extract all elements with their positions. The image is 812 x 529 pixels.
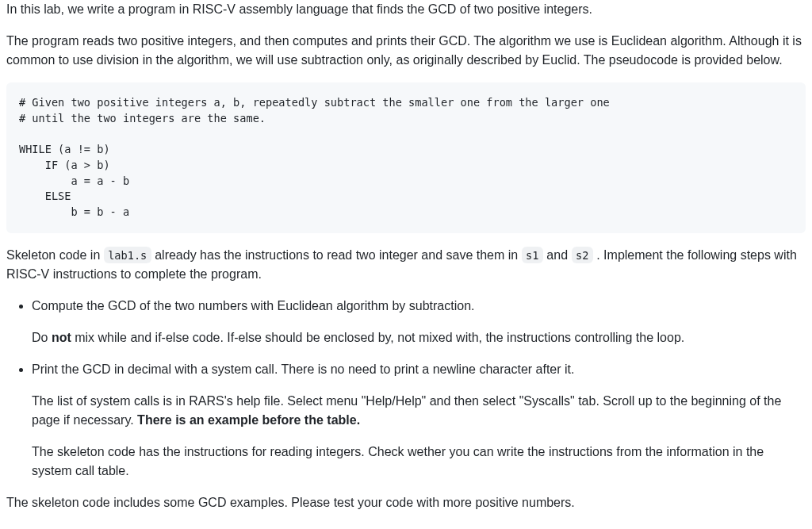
register-code: s2 xyxy=(572,247,593,263)
file-code: lab1.s xyxy=(104,247,151,263)
steps-list: Compute the GCD of the two numbers with … xyxy=(6,297,806,481)
list-item: Print the GCD in decimal with a system c… xyxy=(32,360,806,481)
text: Do xyxy=(32,331,52,344)
register-code: s1 xyxy=(522,247,543,263)
text: mix while and if-else code. If-else shou… xyxy=(71,331,684,344)
step-text: The skeleton code has the instructions f… xyxy=(32,443,806,481)
step-text: Compute the GCD of the two numbers with … xyxy=(32,297,806,316)
text: Skeleton code in xyxy=(6,248,104,262)
text: already has the instructions to read two… xyxy=(151,248,522,262)
skeleton-paragraph: Skeleton code in lab1.s already has the … xyxy=(6,246,806,284)
text: and xyxy=(543,248,572,262)
lab-document: In this lab, we write a program in RISC-… xyxy=(6,0,806,512)
closing-paragraph: The skeleton code includes some GCD exam… xyxy=(6,493,806,512)
step-text: Do not mix while and if-else code. If-el… xyxy=(32,328,806,347)
intro-paragraph-1: In this lab, we write a program in RISC-… xyxy=(6,0,806,19)
intro-paragraph-2: The program reads two positive integers,… xyxy=(6,32,806,70)
list-item: Compute the GCD of the two numbers with … xyxy=(32,297,806,347)
bold-text: There is an example before the table. xyxy=(137,413,360,427)
bold-text: not xyxy=(52,331,71,344)
step-text: The list of system calls is in RARS's he… xyxy=(32,392,806,430)
step-text: Print the GCD in decimal with a system c… xyxy=(32,360,806,379)
pseudocode-block: # Given two positive integers a, b, repe… xyxy=(6,82,806,233)
